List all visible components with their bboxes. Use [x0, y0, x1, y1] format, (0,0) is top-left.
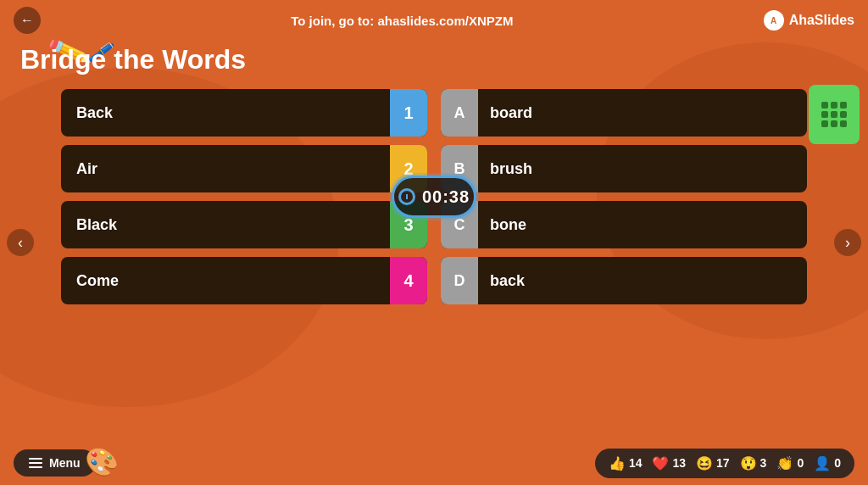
- timer-overlay: 00:38: [392, 176, 476, 218]
- right-word-box-2: B brush: [441, 145, 807, 192]
- reaction-emoji-2: 😆: [696, 455, 713, 471]
- right-word-label-4: back: [478, 272, 807, 290]
- right-word-row-2[interactable]: B brush: [441, 145, 807, 192]
- reaction-emoji-3: 😲: [740, 455, 757, 471]
- reaction-item-1[interactable]: ❤️ 13: [652, 455, 686, 471]
- timer-circle: 00:38: [392, 176, 476, 218]
- left-word-label-1: Back: [61, 104, 390, 122]
- join-text-static: To join, go to:: [291, 14, 374, 28]
- menu-icon: [29, 458, 42, 468]
- reaction-emoji-5: 👤: [814, 455, 831, 471]
- game-area: Back 1 Air 2 Black 3 Come 4 A board: [0, 89, 868, 304]
- reaction-count-0: 14: [629, 456, 643, 470]
- right-word-label-1: board: [478, 104, 807, 122]
- right-words-list: A board B brush C bone D back: [441, 89, 807, 304]
- left-word-box-1: Back 1: [61, 89, 427, 137]
- nav-arrow-right[interactable]: ›: [834, 229, 861, 256]
- timer-display: 00:38: [422, 187, 470, 207]
- join-url: ahaslides.com/XNPZM: [377, 14, 513, 28]
- brand-icon: A: [764, 10, 784, 31]
- brand-name: AhaSlides: [789, 13, 854, 28]
- letter-badge-4: D: [441, 257, 478, 304]
- menu-label: Menu: [49, 456, 81, 470]
- right-word-box-3: C bone: [441, 201, 807, 248]
- bottom-bar: Menu 🎨 👍 14 ❤️ 13 😆 17 😲 3 👏 0 👤 0: [0, 441, 868, 485]
- left-word-row-3[interactable]: Black 3: [61, 201, 427, 248]
- nav-arrow-left[interactable]: ‹: [7, 229, 34, 256]
- reaction-count-1: 13: [672, 456, 686, 470]
- reaction-item-0[interactable]: 👍 14: [609, 455, 643, 471]
- reaction-count-4: 0: [797, 456, 804, 470]
- reaction-emoji-1: ❤️: [652, 455, 669, 471]
- reaction-item-4[interactable]: 👏 0: [776, 455, 804, 471]
- brand-logo: A AhaSlides: [764, 10, 854, 31]
- right-word-row-4[interactable]: D back: [441, 257, 807, 304]
- right-word-row-1[interactable]: A board: [441, 89, 807, 137]
- deco-calculator: [809, 85, 860, 144]
- reaction-item-2[interactable]: 😆 17: [696, 455, 730, 471]
- left-word-label-4: Come: [61, 272, 390, 290]
- reaction-count-2: 17: [716, 456, 730, 470]
- left-word-row-2[interactable]: Air 2: [61, 145, 427, 192]
- reaction-item-3[interactable]: 😲 3: [740, 455, 767, 471]
- letter-badge-1: A: [441, 89, 478, 137]
- back-button[interactable]: ←: [14, 7, 41, 34]
- right-word-row-3[interactable]: C bone: [441, 201, 807, 248]
- calculator-icon: [809, 85, 860, 144]
- reaction-emoji-0: 👍: [609, 455, 626, 471]
- left-words-list: Back 1 Air 2 Black 3 Come 4: [61, 89, 427, 304]
- left-word-label-3: Black: [61, 216, 390, 234]
- left-word-box-2: Air 2: [61, 145, 427, 192]
- menu-button[interactable]: Menu: [14, 449, 96, 477]
- page-title: Bridge the Words: [0, 41, 868, 89]
- timer-icon: [398, 188, 415, 205]
- left-word-label-2: Air: [61, 160, 390, 178]
- left-word-box-3: Black 3: [61, 201, 427, 248]
- reaction-emoji-4: 👏: [776, 455, 793, 471]
- reaction-count-5: 0: [834, 456, 841, 470]
- right-word-box-4: D back: [441, 257, 807, 304]
- left-word-row-1[interactable]: Back 1: [61, 89, 427, 137]
- number-badge-1: 1: [390, 89, 427, 137]
- top-bar: ← ✏️ 🖊️ To join, go to: ahaslides.com/XN…: [0, 0, 868, 41]
- left-word-box-4: Come 4: [61, 257, 427, 304]
- number-badge-4: 4: [390, 257, 427, 304]
- palette-icon: 🎨: [85, 446, 119, 478]
- join-instruction: To join, go to: ahaslides.com/XNPZM: [291, 14, 513, 28]
- right-word-label-2: brush: [478, 160, 807, 178]
- right-word-box-1: A board: [441, 89, 807, 137]
- right-word-label-3: bone: [478, 216, 807, 234]
- reaction-count-3: 3: [760, 456, 767, 470]
- left-word-row-4[interactable]: Come 4: [61, 257, 427, 304]
- reactions-bar: 👍 14 ❤️ 13 😆 17 😲 3 👏 0 👤 0: [595, 449, 854, 478]
- reaction-item-5[interactable]: 👤 0: [814, 455, 841, 471]
